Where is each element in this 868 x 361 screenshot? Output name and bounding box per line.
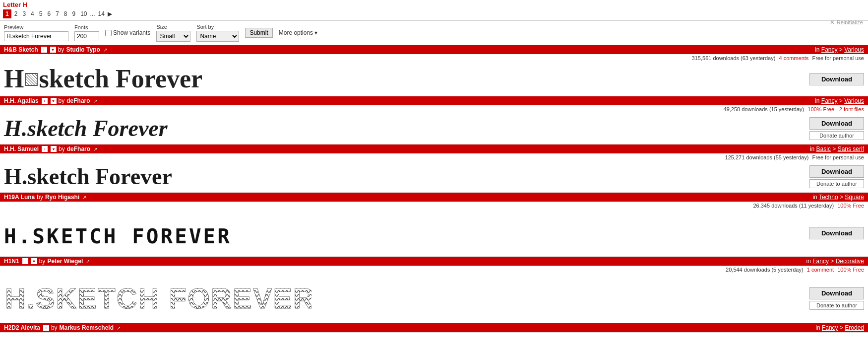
pagination-dots: ... bbox=[90, 10, 95, 17]
page-1[interactable]: 1 bbox=[3, 9, 11, 18]
font-meta-hb-sketch: 315,561 downloads (63 yesterday) 4 comme… bbox=[0, 54, 868, 62]
font-header-h19a-luna: H19A Luna by Ryo Higashi ↗ in Techno > S… bbox=[0, 193, 868, 202]
more-options-link[interactable]: More options ▾ bbox=[279, 29, 318, 36]
donate-button-hh-samuel[interactable]: Donate to author bbox=[809, 179, 864, 188]
font-preview-row-hh-samuel: H.sketch Forever Download Donate to auth… bbox=[0, 161, 868, 192]
external-icon-h2d2-alevita: ↗ bbox=[117, 325, 121, 331]
external-icon-hh-agallas: ↗ bbox=[93, 98, 97, 104]
page-7[interactable]: 7 bbox=[54, 10, 61, 18]
show-variants-checkbox[interactable] bbox=[105, 30, 112, 36]
font-header-right-hh-agallas: in Fancy > Various bbox=[815, 97, 864, 104]
preview-input[interactable] bbox=[4, 31, 68, 41]
show-variants-label: Show variants bbox=[113, 29, 150, 36]
subcategory-hb-sketch[interactable]: Various bbox=[844, 46, 864, 53]
in-label-hh-samuel: in bbox=[810, 145, 816, 152]
category-h19a-luna[interactable]: Techno bbox=[819, 194, 838, 201]
comments-h1n1[interactable]: 1 comment bbox=[807, 267, 834, 273]
in-label-h19a-luna: in bbox=[812, 194, 818, 201]
preview-icon-hb-sketch bbox=[25, 73, 38, 86]
donate-button-hh-agallas[interactable]: Donate author bbox=[809, 131, 864, 140]
donate-button-h1n1[interactable]: Donate to author bbox=[809, 301, 864, 310]
preview-label: Preview bbox=[4, 24, 68, 30]
font-header-right-hb-sketch: in Fancy > Various bbox=[815, 46, 864, 53]
subcategory-h1n1[interactable]: Decorative bbox=[836, 258, 864, 265]
page-8[interactable]: 8 bbox=[62, 10, 69, 18]
font-header-left-h1n1: H1N1 i ♥ by Peter Wiegel ↗ bbox=[4, 258, 90, 265]
reinitialize-x-icon: ✕ bbox=[830, 19, 835, 26]
pagination-next[interactable]: ▶ bbox=[108, 10, 112, 17]
license-h1n1: 100% Free bbox=[837, 267, 864, 273]
author-h1n1[interactable]: Peter Wiegel bbox=[47, 258, 83, 265]
font-name-hb-sketch[interactable]: H&B Sketch bbox=[4, 46, 38, 53]
separator-h1n1: > bbox=[830, 258, 835, 265]
preview-rest-hb-sketch: sketch Forever bbox=[39, 65, 202, 93]
by-label-hh-samuel: by bbox=[59, 145, 65, 152]
author-hh-agallas[interactable]: deFharo bbox=[66, 97, 90, 104]
page-10[interactable]: 10 bbox=[78, 10, 89, 18]
download-button-h19a-luna[interactable]: Download bbox=[809, 227, 864, 239]
download-button-hb-sketch[interactable]: Download bbox=[809, 73, 864, 85]
download-button-hh-agallas[interactable]: Download bbox=[809, 117, 864, 130]
font-entry-hb-sketch: H&B Sketch i ♥ by Studio Typo ↗ in Fancy… bbox=[0, 45, 868, 96]
font-preview-row-h19a-luna: H.SKETCH FOREVER Download bbox=[0, 210, 868, 256]
reinitialize-link[interactable]: Reinitialize bbox=[837, 19, 863, 25]
h1n1-svg-preview: H.SKETCH FOREVER H.SKETCH FOREVER bbox=[4, 278, 311, 315]
heart-icon-h1n1: ♥ bbox=[31, 258, 37, 264]
font-header-hh-samuel: H.H. Samuel i ♥ by deFharo ↗ in Basic > … bbox=[0, 144, 868, 153]
font-preview-row-hh-agallas: H.sketch Forever Download Donate author bbox=[0, 113, 868, 144]
category-hh-agallas[interactable]: Fancy bbox=[821, 97, 838, 104]
author-h2d2-alevita[interactable]: Markus Remscheid bbox=[60, 324, 114, 331]
size-control: Size Small Medium Large bbox=[156, 24, 190, 42]
info-icon-hb-sketch: i bbox=[41, 47, 47, 53]
size-label: Size bbox=[156, 24, 190, 30]
category-h1n1[interactable]: Fancy bbox=[812, 258, 829, 265]
external-icon-h1n1: ↗ bbox=[86, 259, 90, 264]
submit-button[interactable]: Submit bbox=[245, 28, 272, 38]
font-name-hh-agallas[interactable]: H.H. Agallas bbox=[4, 97, 39, 104]
font-name-hh-samuel[interactable]: H.H. Samuel bbox=[4, 145, 39, 152]
font-header-left-h2d2-alevita: H2D2 Alevita i by Markus Remscheid ↗ bbox=[4, 324, 121, 331]
size-select[interactable]: Small Medium Large bbox=[156, 31, 190, 42]
separator-hh-samuel: > bbox=[832, 145, 837, 152]
subcategory-h2d2-alevita[interactable]: Eroded bbox=[845, 324, 864, 331]
fonts-input[interactable] bbox=[74, 31, 99, 41]
comments-hb-sketch[interactable]: 4 comments bbox=[779, 55, 808, 61]
category-h2d2-alevita[interactable]: Fancy bbox=[822, 324, 838, 331]
page-6[interactable]: 6 bbox=[45, 10, 53, 18]
pagination: 1 2 3 4 5 6 7 8 9 10 ... 14 ▶ bbox=[3, 8, 865, 19]
page-4[interactable]: 4 bbox=[29, 10, 36, 18]
subcategory-hh-agallas[interactable]: Various bbox=[844, 97, 864, 104]
font-header-left-hh-samuel: H.H. Samuel i ♥ by deFharo ↗ bbox=[4, 145, 97, 152]
font-meta-hh-agallas: 49,258 downloads (15 yesterday) 100% Fre… bbox=[0, 105, 868, 113]
subcategory-h19a-luna[interactable]: Square bbox=[845, 194, 864, 201]
category-hb-sketch[interactable]: Fancy bbox=[821, 46, 838, 53]
author-hh-samuel[interactable]: deFharo bbox=[67, 145, 90, 152]
subcategory-hh-samuel[interactable]: Sans serif bbox=[838, 145, 864, 152]
font-header-left-hh-agallas: H.H. Agallas i ♥ by deFharo ↗ bbox=[4, 97, 97, 104]
font-name-h19a-luna[interactable]: H19A Luna bbox=[4, 194, 35, 201]
page-9[interactable]: 9 bbox=[70, 10, 78, 18]
separator-h2d2-alevita: > bbox=[840, 324, 845, 331]
sort-select[interactable]: Name Downloads Date bbox=[196, 31, 239, 42]
page-last[interactable]: 14 bbox=[96, 10, 107, 18]
font-meta-h1n1: 20,544 downloads (5 yesterday) 1 comment… bbox=[0, 266, 868, 274]
author-h19a-luna[interactable]: Ryo Higashi bbox=[45, 194, 79, 201]
font-entry-h19a-luna: H19A Luna by Ryo Higashi ↗ in Techno > S… bbox=[0, 193, 868, 257]
download-button-h1n1[interactable]: Download bbox=[809, 287, 864, 299]
downloads-h19a-luna: 26,345 downloads (11 yesterday) bbox=[753, 203, 834, 209]
download-button-hh-samuel[interactable]: Download bbox=[809, 165, 864, 178]
page-5[interactable]: 5 bbox=[37, 10, 45, 18]
font-actions-h1n1: Download Donate to author bbox=[809, 287, 864, 310]
category-hh-samuel[interactable]: Basic bbox=[816, 145, 831, 152]
font-entry-hh-samuel: H.H. Samuel i ♥ by deFharo ↗ in Basic > … bbox=[0, 144, 868, 193]
heart-icon-hh-samuel: ♥ bbox=[51, 146, 57, 152]
author-hb-sketch[interactable]: Studio Typo bbox=[66, 46, 100, 53]
font-preview-row-hb-sketch: Hsketch Forever Download bbox=[0, 62, 868, 96]
font-header-right-h19a-luna: in Techno > Square bbox=[812, 194, 864, 201]
page-header: Letter H 1 2 3 4 5 6 7 8 9 10 ... 14 ▶ bbox=[0, 0, 868, 21]
page-3[interactable]: 3 bbox=[20, 10, 28, 18]
font-name-h1n1[interactable]: H1N1 bbox=[4, 258, 19, 265]
page-2[interactable]: 2 bbox=[12, 10, 20, 18]
font-name-h2d2-alevita[interactable]: H2D2 Alevita bbox=[4, 324, 40, 331]
font-actions-h19a-luna: Download bbox=[809, 227, 864, 239]
